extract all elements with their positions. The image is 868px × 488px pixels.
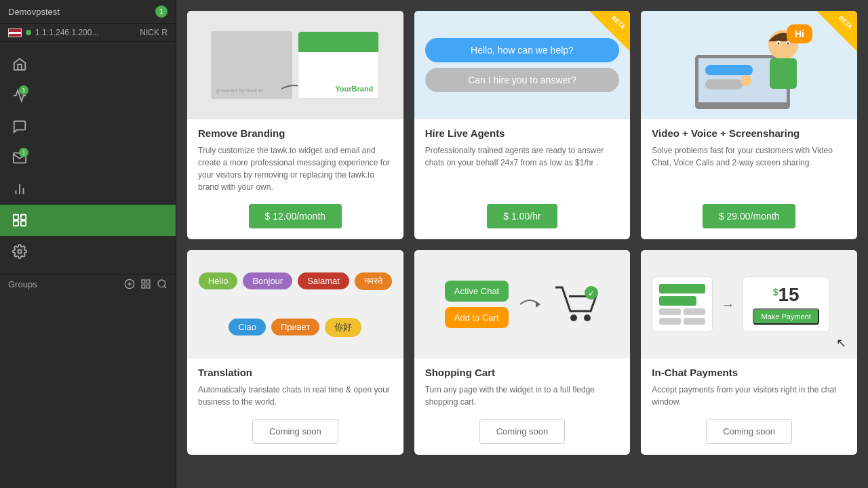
svg-text:Hi: Hi — [795, 28, 804, 39]
powered-by-label: powered by tawk.to — [216, 87, 263, 94]
cursor-icon: ↖ — [836, 336, 846, 350]
video-illustration: Hi — [682, 21, 817, 109]
add-to-cart-label: Add to Cart — [445, 307, 509, 328]
status-dot — [26, 30, 31, 35]
hire-bubble-1: Hello, how can we help? — [425, 38, 620, 62]
svg-line-16 — [164, 286, 166, 288]
payments-card-action: Coming soon — [652, 419, 846, 444]
svg-text:✓: ✓ — [588, 289, 595, 298]
svg-rect-5 — [14, 221, 18, 226]
make-payment-button[interactable]: Make Payment — [753, 308, 818, 325]
svg-rect-24 — [770, 58, 797, 89]
groups-icon-1[interactable] — [124, 279, 135, 289]
sidebar-header: Demovpstest 1 — [0, 0, 176, 24]
payment-amount-row: $ 15 — [773, 284, 800, 306]
user-row: 1.1.1.246.1.200... NICK R — [0, 24, 176, 42]
notification-badge: 1 — [155, 5, 167, 18]
hire-card-action: $ 1.00/hr — [425, 204, 620, 228]
chat-sub-2 — [684, 308, 705, 315]
card-translation: Hello Bonjour Salamat नमस्ते Ciao Привет… — [187, 250, 403, 455]
mail-badge: 1 — [19, 148, 28, 157]
payments-card-image: → $ 15 Make Payment ↖ — [641, 250, 857, 359]
sidebar-item-marketplace[interactable] — [0, 205, 176, 236]
video-card-action: $ 29.00/month — [652, 204, 846, 228]
lang-privet: Привет — [271, 319, 319, 336]
workspace-name: Demovpstest — [8, 7, 60, 17]
translation-card-title: Translation — [198, 367, 393, 378]
svg-point-28 — [787, 43, 789, 45]
card-hire-agents: BETA Hello, how can we help? Can I hire … — [414, 11, 631, 239]
lang-hello: Hello — [199, 272, 238, 289]
your-brand-text: YourBrand — [335, 85, 373, 93]
chat-list-panel — [652, 277, 713, 332]
active-chat-label: Active Chat — [445, 281, 509, 302]
lang-salamat: Salamat — [298, 272, 349, 289]
shopping-card-image: Active Chat Add to Cart ✓ — [414, 250, 631, 359]
beta-triangle-2 — [816, 11, 857, 52]
groups-icon-2[interactable] — [140, 279, 151, 289]
groups-icons — [124, 279, 167, 289]
video-price-button[interactable]: $ 29.00/month — [703, 204, 796, 228]
hire-bubble-2: Can I hire you to answer? — [425, 68, 620, 92]
translation-card-body: Translation Automatically translate chat… — [187, 359, 403, 455]
hire-img-content: Hello, how can we help? Can I hire you t… — [414, 11, 631, 119]
hire-price-button[interactable]: $ 1.00/hr — [487, 204, 557, 228]
svg-rect-11 — [142, 280, 145, 283]
svg-rect-12 — [146, 280, 150, 283]
branding-right-panel: YourBrand — [298, 31, 379, 99]
dollar-sign: $ — [773, 287, 778, 298]
shopping-card-action: Coming soon — [425, 419, 620, 444]
sidebar-item-analytics[interactable] — [0, 174, 176, 205]
svg-point-31 — [741, 75, 751, 86]
lang-namaste: नमस्ते — [355, 272, 392, 290]
shopping-card-desc: Turn any page with the widget in to a fu… — [425, 384, 620, 408]
lang-bonjour: Bonjour — [243, 272, 292, 289]
sidebar-item-home[interactable] — [0, 49, 176, 80]
sidebar: Demovpstest 1 1.1.1.246.1.200... NICK R … — [0, 0, 176, 488]
chat-sub-1 — [659, 308, 681, 315]
nav-icons: 1 1 — [0, 42, 176, 274]
card-payments: → $ 15 Make Payment ↖ In-Chat Payments A… — [641, 250, 857, 455]
payments-arrow: → — [721, 297, 734, 312]
translation-coming-soon-button[interactable]: Coming soon — [252, 419, 338, 444]
translation-card-action: Coming soon — [198, 419, 393, 444]
svg-point-34 — [584, 314, 591, 321]
sidebar-item-activity[interactable]: 1 — [0, 80, 176, 111]
groups-label: Groups — [8, 279, 124, 289]
svg-rect-4 — [21, 215, 26, 220]
payments-coming-soon-button[interactable]: Coming soon — [706, 419, 792, 444]
branding-price-button[interactable]: $ 12.00/month — [249, 204, 342, 228]
translation-card-desc: Automatically translate chats in real ti… — [198, 384, 393, 408]
card-remove-branding: powered by tawk.to YourBrand Remove Bran… — [187, 11, 403, 239]
shopping-chat-panel: Active Chat Add to Cart — [445, 281, 509, 328]
chat-row-3 — [659, 308, 705, 315]
branding-card-body: Remove Branding Truly customize the tawk… — [187, 119, 403, 239]
sidebar-item-mail[interactable]: 1 — [0, 142, 176, 174]
video-card-title: Video + Voice + Screensharing — [652, 127, 846, 139]
chat-sub-4 — [684, 318, 705, 325]
hire-agents-card-image: BETA Hello, how can we help? Can I hire … — [414, 11, 631, 119]
lang-nihao: 你好 — [325, 318, 361, 337]
svg-rect-20 — [705, 65, 753, 75]
card-video-voice: BETA — [641, 11, 857, 239]
groups-icon-search[interactable] — [157, 279, 167, 289]
svg-point-7 — [18, 249, 22, 253]
shopping-coming-soon-button[interactable]: Coming soon — [479, 419, 566, 444]
payment-amount: 15 — [778, 284, 799, 306]
hire-card-body: Hire Live Agents Professionally trained … — [414, 119, 631, 239]
card-shopping-cart: Active Chat Add to Cart ✓ — [414, 250, 631, 455]
sidebar-item-settings[interactable] — [0, 236, 176, 267]
hire-card-desc: Professionally trained agents are ready … — [425, 144, 620, 193]
chat-sub-3 — [659, 318, 681, 325]
svg-point-33 — [570, 314, 577, 321]
payments-card-desc: Accept payments from your visitors right… — [652, 384, 846, 408]
activity-badge: 1 — [19, 85, 28, 95]
cart-icon: ✓ — [552, 281, 599, 328]
sidebar-item-chat[interactable] — [0, 111, 176, 142]
hire-card-title: Hire Live Agents — [425, 127, 620, 139]
svg-rect-3 — [14, 215, 18, 220]
chat-row-1 — [659, 284, 705, 293]
shopping-card-body: Shopping Cart Turn any page with the wid… — [414, 359, 631, 455]
main-content: powered by tawk.to YourBrand Remove Bran… — [176, 0, 868, 488]
branding-card-image: powered by tawk.to YourBrand — [187, 11, 403, 119]
